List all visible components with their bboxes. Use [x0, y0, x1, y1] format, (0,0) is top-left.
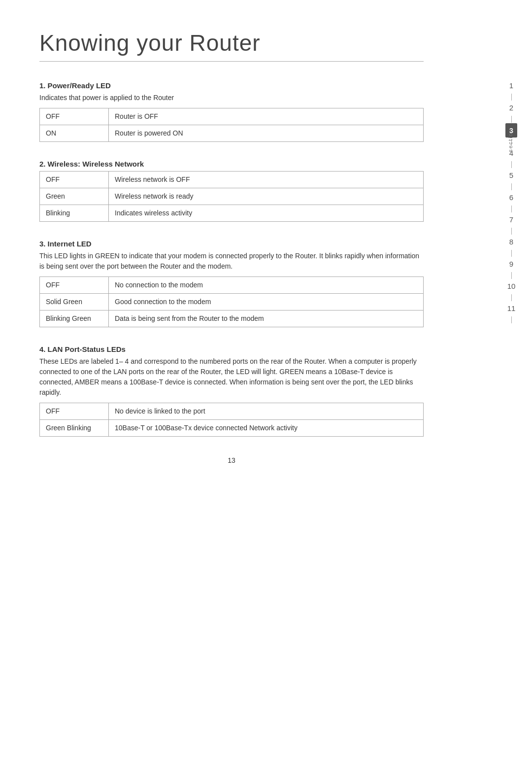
section-4-desc: These LEDs are labeled 1– 4 and correspo… [39, 356, 424, 398]
sidebar-divider-10 [511, 294, 512, 301]
section-1-desc: Indicates that power is applied to the R… [39, 93, 424, 103]
table-row: Blinking Green Data is being sent from t… [40, 311, 424, 327]
table-cell: OFF [40, 403, 109, 420]
table-row: ON Router is powered ON [40, 125, 424, 142]
sidebar-num-9: 9 [505, 257, 517, 271]
table-cell: Data is being sent from the Router to th… [109, 311, 424, 327]
table-cell: Good connection to the modem [109, 294, 424, 311]
section-2-number: 2. [39, 160, 46, 168]
sidebar-item-7: 7 [505, 213, 517, 226]
table-cell: Green [40, 188, 109, 205]
sidebar-num-8: 8 [505, 235, 517, 248]
sidebar-divider-8 [511, 250, 512, 257]
page-title: Knowing your Router [39, 30, 424, 56]
sidebar-item-1: 1 [505, 79, 517, 92]
section-1-heading: 1.Power/Ready LED [39, 81, 424, 90]
sidebar-divider-5 [511, 183, 512, 190]
table-cell: No connection to the modem [109, 277, 424, 294]
section-4-table: OFF No device is linked to the port Gree… [39, 403, 424, 437]
table-cell: Indicates wireless activity [109, 205, 424, 222]
sidebar-divider-1 [511, 94, 512, 101]
sidebar-divider-9 [511, 272, 512, 279]
section-4-title: LAN Port-Status LEDs [48, 345, 126, 353]
table-cell: Green Blinking [40, 420, 109, 437]
sidebar-item-5: 5 [505, 169, 517, 182]
sidebar-num-7: 7 [505, 213, 517, 226]
section-2-title: Wireless: Wireless Network [48, 160, 144, 168]
sidebar-num-5: 5 [505, 169, 517, 182]
section-2-table: OFF Wireless network is OFF Green Wirele… [39, 171, 424, 222]
table-row: Green Wireless network is ready [40, 188, 424, 205]
section-3-number: 3. [39, 240, 46, 248]
sidebar-divider-6 [511, 206, 512, 212]
section-3-desc: This LED lights in GREEN to indicate tha… [39, 251, 424, 272]
table-row: OFF No connection to the modem [40, 277, 424, 294]
section-4: 4.LAN Port-Status LEDs These LEDs are la… [39, 345, 424, 437]
table-row: Solid Green Good connection to the modem [40, 294, 424, 311]
table-cell: Blinking Green [40, 311, 109, 327]
sidebar-item-10: 10 [505, 279, 517, 293]
table-cell: Wireless network is ready [109, 188, 424, 205]
sidebar-num-11: 11 [505, 302, 517, 315]
sidebar-num-2: 2 [505, 101, 517, 114]
section-4-heading: 4.LAN Port-Status LEDs [39, 345, 424, 353]
sidebar-num-6: 6 [505, 191, 517, 204]
section-4-number: 4. [39, 345, 46, 353]
table-cell: OFF [40, 277, 109, 294]
sidebar-item-2: 2 [505, 101, 517, 114]
table-row: Blinking Indicates wireless activity [40, 205, 424, 222]
section-1: 1.Power/Ready LED Indicates that power i… [39, 81, 424, 142]
section-3-title: Internet LED [48, 240, 92, 248]
table-row: Green Blinking 10Base-T or 100Base-Tx de… [40, 420, 424, 437]
section-3-heading: 3.Internet LED [39, 240, 424, 248]
sidebar-num-1: 1 [505, 79, 517, 92]
sidebar-item-9: 9 [505, 257, 517, 271]
section-1-number: 1. [39, 81, 46, 90]
page-wrapper: section 1 2 3 4 5 6 7 8 [0, 0, 532, 760]
sidebar-item-11: 11 [505, 302, 517, 315]
section-3-table: OFF No connection to the modem Solid Gre… [39, 276, 424, 327]
sidebar: section 1 2 3 4 5 6 7 8 [505, 79, 517, 324]
table-cell: 10Base-T or 100Base-Tx device connected … [109, 420, 424, 437]
table-row: OFF No device is linked to the port [40, 403, 424, 420]
table-cell: ON [40, 125, 109, 142]
table-cell: Router is powered ON [109, 125, 424, 142]
sidebar-divider-2 [511, 116, 512, 123]
sidebar-item-8: 8 [505, 235, 517, 248]
table-row: OFF Wireless network is OFF [40, 172, 424, 188]
section-1-title: Power/Ready LED [48, 81, 111, 90]
section-2-heading: 2.Wireless: Wireless Network [39, 160, 424, 168]
sidebar-num-10: 10 [505, 279, 517, 293]
section-3: 3.Internet LED This LED lights in GREEN … [39, 240, 424, 327]
page-number: 13 [39, 456, 424, 464]
table-cell: No device is linked to the port [109, 403, 424, 420]
section-1-table: OFF Router is OFF ON Router is powered O… [39, 108, 424, 142]
section-2: 2.Wireless: Wireless Network OFF Wireles… [39, 160, 424, 222]
sidebar-item-6: 6 [505, 191, 517, 204]
table-cell: OFF [40, 108, 109, 125]
sidebar-section-label: section [507, 128, 513, 152]
sidebar-divider-4 [511, 161, 512, 168]
main-content: Knowing your Router 1.Power/Ready LED In… [39, 30, 424, 464]
sidebar-divider-7 [511, 228, 512, 235]
table-cell: Wireless network is OFF [109, 172, 424, 188]
table-row: OFF Router is OFF [40, 108, 424, 125]
title-divider [39, 61, 424, 62]
table-cell: Blinking [40, 205, 109, 222]
sidebar-divider-11 [511, 316, 512, 323]
table-cell: OFF [40, 172, 109, 188]
table-cell: Solid Green [40, 294, 109, 311]
table-cell: Router is OFF [109, 108, 424, 125]
